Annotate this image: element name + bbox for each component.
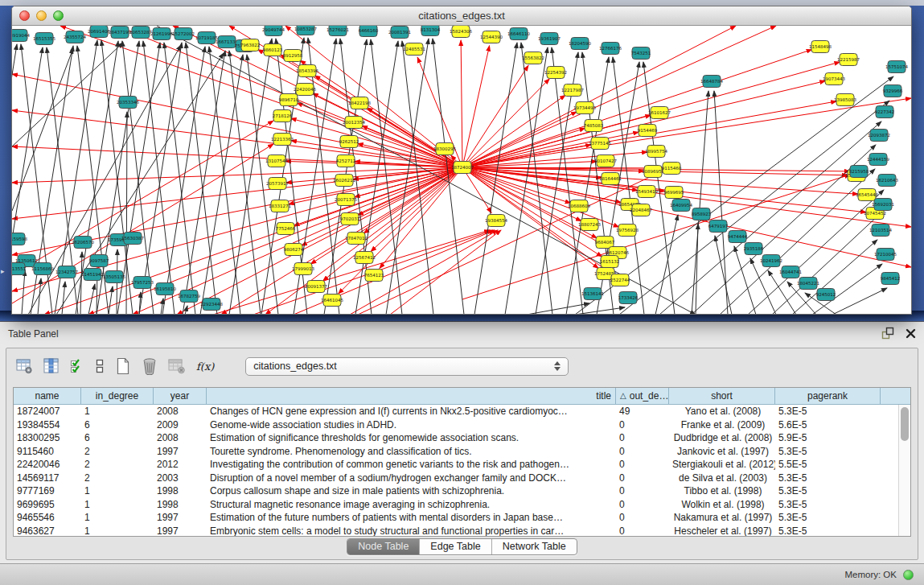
- cell-title[interactable]: Disruption of a novel member of a sodium…: [207, 472, 616, 485]
- cell-year[interactable]: 2008: [154, 405, 207, 418]
- cell-short[interactable]: Yano et al. (2008): [669, 405, 775, 418]
- citation-edge[interactable]: [832, 288, 887, 314]
- cell-pagerank[interactable]: 5.3E-5: [775, 511, 881, 525]
- cell-out_de[interactable]: 0: [616, 431, 669, 445]
- graph-node[interactable]: 12766176: [599, 43, 622, 55]
- table-row[interactable]: 911546021997Tourette syndrome. Phenomeno…: [14, 445, 898, 459]
- table-row[interactable]: 946362711997Embryonic stem cells: a mode…: [14, 525, 898, 537]
- graph-node[interactable]: 19384554: [485, 215, 507, 227]
- cell-title[interactable]: Embryonic stem cells: a model to study s…: [207, 525, 616, 537]
- graph-node[interactable]: 20573917: [266, 178, 289, 190]
- graph-node[interactable]: 9245012: [816, 289, 836, 301]
- graph-node[interactable]: 1615132: [600, 256, 620, 268]
- cell-out_de[interactable]: 0: [616, 525, 669, 537]
- cell-in_degree[interactable]: 2: [81, 458, 154, 472]
- graph-node[interactable]: 9806274: [284, 244, 304, 256]
- select-columns-icon[interactable]: [70, 358, 84, 374]
- graph-node[interactable]: 24355724: [64, 31, 86, 43]
- citation-edge-red[interactable]: [462, 95, 565, 167]
- cell-name[interactable]: 9463627: [14, 525, 81, 537]
- cell-name[interactable]: 9115460: [14, 445, 81, 459]
- graph-node[interactable]: 8958923: [692, 208, 712, 220]
- cell-pagerank[interactable]: 5.9E-5: [775, 431, 881, 445]
- graph-node[interactable]: 20353346: [117, 97, 139, 109]
- graph-node[interactable]: 16044741: [779, 266, 802, 278]
- graph-node[interactable]: 9227342: [875, 106, 895, 118]
- destroy-table-icon[interactable]: [168, 358, 186, 374]
- column-header-out_de[interactable]: △out_de…: [616, 388, 669, 405]
- citation-edge-red[interactable]: [462, 46, 490, 167]
- citation-edge-red[interactable]: [358, 167, 462, 215]
- graph-node[interactable]: 12103514: [869, 225, 892, 237]
- graph-node[interactable]: 23919044: [12, 30, 30, 42]
- citation-edge[interactable]: [734, 246, 756, 314]
- cell-out_de[interactable]: 0: [616, 458, 669, 472]
- table-row[interactable]: 977716911998Corpus callosum shape and si…: [14, 484, 898, 498]
- cell-short[interactable]: Franke et al. (2009): [669, 418, 775, 432]
- cell-name[interactable]: 22420046: [14, 458, 81, 472]
- cell-short[interactable]: Jankovic et al. (1997): [669, 445, 775, 459]
- cell-in_degree[interactable]: 1: [81, 405, 154, 418]
- cell-name[interactable]: 18300295: [14, 431, 81, 445]
- graph-node[interactable]: 3913551: [12, 263, 26, 275]
- cell-short[interactable]: de Silva et al. (2003): [669, 472, 775, 485]
- graph-node[interactable]: 20159598: [12, 233, 27, 245]
- citation-edge[interactable]: [12, 43, 123, 146]
- citation-edge[interactable]: [229, 51, 261, 314]
- graph-node[interactable]: 6466160: [359, 26, 379, 37]
- cell-in_degree[interactable]: 2: [81, 472, 154, 485]
- cell-name[interactable]: 18724007: [14, 405, 81, 418]
- graph-node[interactable]: 19361907: [538, 33, 561, 45]
- graph-node[interactable]: 16210643: [876, 175, 898, 187]
- cell-out_de[interactable]: 0: [616, 418, 669, 432]
- graph-node[interactable]: 20071375: [335, 194, 357, 206]
- cell-short[interactable]: Dudbridge et al. (2008): [669, 431, 775, 445]
- tab-network-table[interactable]: Network Table: [492, 539, 577, 554]
- graph-node[interactable]: 16646110: [507, 28, 530, 40]
- graph-node[interactable]: 16101627: [648, 107, 671, 119]
- graph-node[interactable]: 22420046: [294, 84, 316, 96]
- function-builder-icon[interactable]: f(x): [196, 360, 214, 373]
- column-header-short[interactable]: short: [669, 388, 775, 405]
- cell-in_degree[interactable]: 1: [81, 525, 154, 537]
- cell-name[interactable]: 19384554: [14, 418, 81, 432]
- minimize-window-button[interactable]: [36, 10, 47, 21]
- graph-node[interactable]: 7654123: [364, 270, 384, 282]
- cell-year[interactable]: 1997: [154, 511, 207, 525]
- column-header-in_degree[interactable]: in_degree: [81, 388, 154, 405]
- cell-short[interactable]: Hescheler et al. (1997): [669, 525, 775, 537]
- cell-title[interactable]: Genome-wide association studies in ADHD.: [207, 418, 616, 432]
- graph-node[interactable]: 12485531: [403, 43, 425, 56]
- citation-edge-red[interactable]: [367, 108, 462, 167]
- graph-node[interactable]: 21261996: [150, 28, 173, 40]
- cell-title[interactable]: Tourette syndrome. Phenomenology and cla…: [207, 445, 616, 459]
- cell-year[interactable]: 2003: [154, 472, 207, 485]
- cell-in_degree[interactable]: 1: [81, 484, 154, 498]
- cell-pagerank[interactable]: 5.3E-5: [775, 405, 881, 418]
- graph-node[interactable]: 29049744: [262, 26, 285, 36]
- graph-node[interactable]: 2935186: [744, 243, 764, 255]
- graph-node[interactable]: 7485083: [584, 120, 604, 132]
- graph-node[interactable]: 11548498: [809, 41, 832, 53]
- graph-node[interactable]: 12217987: [561, 84, 584, 97]
- vertical-scrollbar[interactable]: [898, 405, 910, 536]
- graph-node[interactable]: 15493419: [635, 186, 658, 198]
- close-panel-icon[interactable]: [906, 328, 916, 339]
- show-column-icon[interactable]: [43, 358, 60, 374]
- graph-node[interactable]: 12544390: [480, 31, 503, 43]
- graph-node[interactable]: 17999013: [292, 263, 314, 275]
- graph-node[interactable]: 15136141: [581, 288, 604, 300]
- cell-out_de[interactable]: 0: [616, 445, 669, 459]
- graph-node[interactable]: 15272002: [172, 28, 195, 40]
- table-row[interactable]: 1872400712008Changes of HCN gene express…: [14, 405, 898, 418]
- cell-in_degree[interactable]: 6: [81, 431, 154, 445]
- graph-node[interactable]: 9115460: [662, 163, 682, 175]
- cell-name[interactable]: 9699695: [14, 498, 81, 512]
- graph-node[interactable]: 12923448: [200, 299, 223, 311]
- graph-node[interactable]: 16782759: [178, 290, 200, 303]
- tab-node-table[interactable]: Node Table: [347, 539, 420, 554]
- cell-in_degree[interactable]: 2: [81, 445, 154, 459]
- citation-edge[interactable]: [308, 38, 339, 314]
- cell-pagerank[interactable]: 5.5E-5: [775, 458, 881, 472]
- column-header-title[interactable]: title: [207, 388, 616, 405]
